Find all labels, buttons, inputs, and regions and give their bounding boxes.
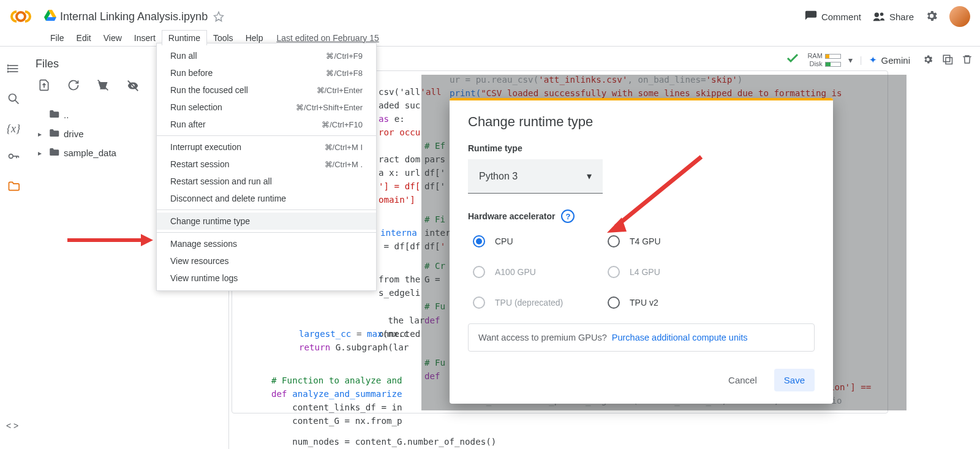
runtime-menu-label: Run before — [170, 68, 213, 78]
runtime-menu-item[interactable]: View resources — [157, 252, 376, 270]
svg-rect-4 — [946, 58, 952, 64]
ram-label: RAM — [807, 52, 822, 59]
user-avatar[interactable] — [949, 6, 970, 27]
last-edited-link[interactable]: Last edited on February 15 — [276, 33, 379, 43]
runtime-menu-label: Run the focused cell — [170, 85, 248, 95]
runtime-menu-label: View runtime logs — [170, 273, 238, 283]
runtime-menu-shortcut: ⌘/Ctrl+Shift+Enter — [296, 103, 363, 112]
header-actions: Comment Share — [804, 6, 970, 27]
comment-button[interactable]: Comment — [804, 10, 861, 23]
variables-icon[interactable]: {x} — [7, 123, 20, 135]
accelerator-radio[interactable]: TPU v2 — [608, 296, 699, 309]
premium-notice: Want access to premium GPUs? Purchase ad… — [468, 323, 815, 352]
files-icon[interactable] — [7, 180, 20, 195]
radio-label: TPU (deprecated) — [495, 298, 563, 308]
folder-icon — [48, 109, 59, 121]
runtime-menu-label: Change runtime type — [170, 216, 250, 226]
hardware-accelerator-label: Hardware accelerator — [468, 211, 555, 221]
radio-icon — [473, 235, 485, 247]
menu-file[interactable]: File — [44, 31, 70, 45]
chevron-down-icon: ▾ — [587, 170, 592, 182]
runtime-menu-item[interactable]: Change runtime type — [157, 213, 376, 230]
comment-label: Comment — [821, 12, 861, 22]
left-rail: {x} — [0, 56, 27, 195]
runtime-menu-item[interactable]: Run selection⌘/Ctrl+Shift+Enter — [157, 99, 376, 116]
code-snippets-icon[interactable]: < > — [6, 421, 18, 431]
hide-files-icon[interactable] — [126, 79, 140, 94]
runtime-menu-item[interactable]: Manage sessions — [157, 235, 376, 252]
save-button[interactable]: Save — [774, 369, 815, 391]
runtime-menu-label: View resources — [170, 256, 228, 266]
share-label: Share — [889, 12, 914, 22]
accelerator-radio: L4 GPU — [608, 266, 699, 278]
title-area: Internal Linking Analysis.ipynb — [44, 9, 226, 24]
document-title[interactable]: Internal Linking Analysis.ipynb — [60, 10, 208, 23]
settings-icon[interactable] — [925, 9, 938, 25]
accelerator-radio: TPU (deprecated) — [473, 296, 565, 309]
annotation-arrow-left — [67, 233, 153, 249]
runtime-menu-label: Run selection — [170, 102, 222, 112]
runtime-menu-label: Run all — [170, 51, 197, 61]
caret-icon: ▸ — [38, 130, 44, 138]
secrets-icon[interactable] — [7, 150, 20, 165]
svg-point-10 — [7, 71, 9, 72]
resource-usage[interactable]: RAM Disk — [807, 52, 840, 68]
runtime-menu-shortcut: ⌘/Ctrl+F9 — [326, 51, 363, 61]
runtime-menu-label: Restart session and run all — [170, 176, 272, 186]
modal-accent-bar — [450, 98, 833, 100]
menubar: File Edit View Insert Runtime Tools Help… — [0, 29, 980, 47]
runtime-type-value: Python 3 — [479, 171, 518, 182]
resource-dropdown-icon[interactable]: ▾ — [848, 55, 853, 65]
accelerator-radio: A100 GPU — [473, 266, 565, 278]
help-icon[interactable]: ? — [561, 209, 575, 223]
premium-link[interactable]: Purchase additional compute units — [612, 333, 748, 342]
runtime-type-select[interactable]: Python 3 ▾ — [468, 159, 603, 194]
svg-point-13 — [9, 154, 13, 159]
cancel-button[interactable]: Cancel — [718, 369, 767, 391]
annotation-arrow-right — [603, 153, 707, 241]
svg-rect-3 — [943, 55, 950, 62]
upload-file-icon[interactable] — [38, 79, 50, 94]
svg-point-9 — [7, 68, 9, 69]
runtime-menu-item[interactable]: Run the focused cell⌘/Ctrl+Enter — [157, 81, 376, 99]
header: Internal Linking Analysis.ipynb Comment … — [0, 0, 980, 29]
cell-settings-icon[interactable] — [922, 54, 933, 67]
mount-drive-icon[interactable] — [97, 79, 109, 94]
runtime-menu-item[interactable]: Run before⌘/Ctrl+F8 — [157, 64, 376, 81]
svg-point-8 — [7, 65, 9, 66]
refresh-icon[interactable] — [67, 79, 80, 94]
runtime-type-label: Runtime type — [468, 143, 815, 153]
menu-runtime[interactable]: Runtime — [162, 30, 207, 45]
search-icon[interactable] — [7, 92, 20, 108]
svg-marker-21 — [141, 234, 153, 246]
share-button[interactable]: Share — [872, 10, 914, 23]
cell-mirror-icon[interactable] — [942, 54, 953, 67]
svg-line-12 — [15, 100, 19, 104]
runtime-menu-label: Disconnect and delete runtime — [170, 194, 286, 203]
runtime-menu-item[interactable]: Restart session and run all — [157, 173, 376, 190]
gemini-button[interactable]: ✦ Gemini — [869, 55, 910, 66]
runtime-menu-item[interactable]: Interrupt execution⌘/Ctrl+M I — [157, 138, 376, 156]
accelerator-radio[interactable]: CPU — [473, 235, 565, 247]
tree-label: drive — [64, 129, 84, 139]
runtime-menu-label: Interrupt execution — [170, 142, 241, 152]
runtime-menu-item[interactable]: Run all⌘/Ctrl+F9 — [157, 47, 376, 64]
toc-icon[interactable] — [7, 62, 20, 78]
radio-icon — [608, 266, 620, 278]
runtime-menu-shortcut: ⌘/Ctrl+F10 — [322, 120, 363, 129]
menu-view[interactable]: View — [97, 31, 128, 45]
menu-edit[interactable]: Edit — [70, 31, 97, 45]
runtime-menu-item[interactable]: View runtime logs — [157, 270, 376, 287]
radio-label: TPU v2 — [630, 298, 658, 308]
runtime-menu-item[interactable]: Disconnect and delete runtime — [157, 190, 376, 207]
premium-text: Want access to premium GPUs? — [478, 333, 607, 342]
colab-logo — [10, 6, 32, 28]
runtime-menu-shortcut: ⌘/Ctrl+F8 — [326, 69, 363, 78]
runtime-menu-item[interactable]: Restart session⌘/Ctrl+M . — [157, 156, 376, 173]
cell-delete-icon[interactable] — [962, 54, 973, 67]
runtime-menu-label: Run after — [170, 119, 206, 129]
runtime-menu-item[interactable]: Run after⌘/Ctrl+F10 — [157, 116, 376, 133]
runtime-menu-label: Restart session — [170, 159, 229, 169]
folder-icon — [48, 147, 59, 159]
star-button[interactable] — [211, 9, 226, 24]
